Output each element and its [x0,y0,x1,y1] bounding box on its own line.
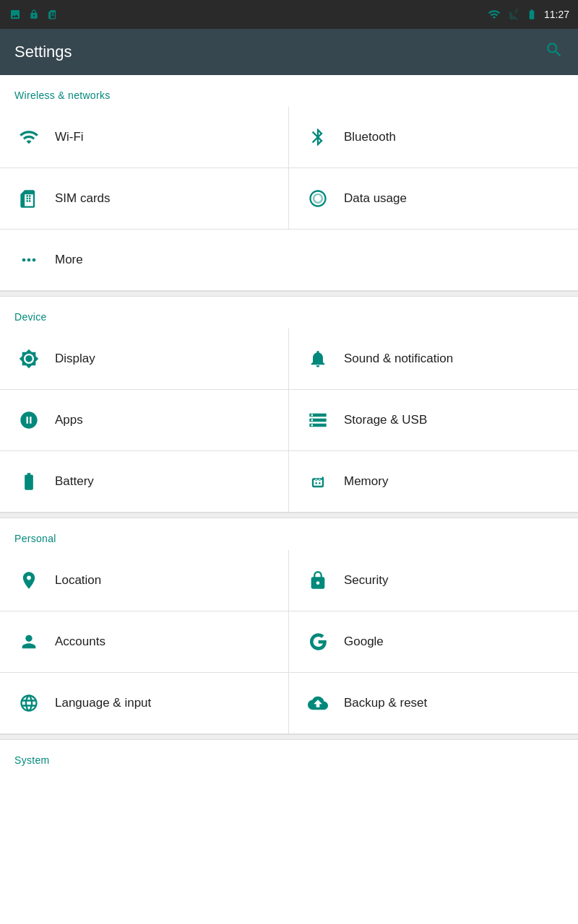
wifi-status-icon [488,8,501,21]
data-usage-icon [303,184,332,213]
sim-label: SIM cards [55,191,111,206]
accounts-label: Accounts [55,635,105,649]
location-label: Location [55,573,101,588]
settings-item-wifi[interactable]: Wi-Fi [0,107,289,168]
device-grid: Display Sound & notification Apps [0,328,578,513]
settings-content: Wireless & networks Wi-Fi Bluetooth [0,75,578,772]
battery-status-icon [525,8,538,21]
data-usage-label: Data usage [344,191,407,206]
sim-status-icon [46,8,59,21]
divider-device-personal [0,513,578,518]
security-label: Security [344,573,388,588]
section-header-system: System [0,740,578,772]
settings-item-battery[interactable]: Battery [0,451,289,513]
wifi-icon [14,123,43,152]
more-label: More [55,253,83,267]
settings-item-backup[interactable]: Backup & reset [289,673,578,734]
divider-wireless-device [0,291,578,297]
wireless-grid: Wi-Fi Bluetooth SIM cards [0,107,578,230]
storage-label: Storage & USB [344,413,427,427]
memory-label: Memory [344,474,388,489]
sound-label: Sound & notification [344,352,453,366]
display-icon [14,344,43,373]
status-bar-right-icons: 11:27 [488,8,569,21]
section-header-wireless: Wireless & networks [0,75,578,107]
settings-item-language[interactable]: Language & input [0,673,289,734]
storage-icon [303,406,332,435]
photo-icon [9,8,22,21]
section-header-personal: Personal [0,518,578,550]
google-label: Google [344,635,384,649]
location-icon [14,566,43,595]
settings-item-sim[interactable]: SIM cards [0,168,289,230]
settings-item-data-usage[interactable]: Data usage [289,168,578,230]
section-system: System [0,740,578,772]
settings-item-bluetooth[interactable]: Bluetooth [289,107,578,168]
section-wireless: Wireless & networks Wi-Fi Bluetooth [0,75,578,291]
wifi-label: Wi-Fi [55,130,84,144]
clock: 11:27 [544,9,569,20]
search-button[interactable] [545,40,564,64]
more-icon [14,245,43,274]
section-personal: Personal Location Security [0,518,578,734]
settings-item-apps[interactable]: Apps [0,390,289,451]
backup-icon [303,689,332,718]
security-icon [303,566,332,595]
language-icon [14,689,43,718]
google-icon [303,627,332,656]
backup-label: Backup & reset [344,696,427,710]
language-label: Language & input [55,696,151,710]
display-label: Display [55,352,95,366]
signal-icon [506,8,519,21]
memory-icon [303,467,332,496]
divider-personal-system [0,734,578,740]
settings-item-memory[interactable]: Memory [289,451,578,513]
settings-item-accounts[interactable]: Accounts [0,611,289,673]
settings-item-location[interactable]: Location [0,550,289,611]
lock-icon [27,8,40,21]
settings-item-google[interactable]: Google [289,611,578,673]
settings-item-display[interactable]: Display [0,328,289,390]
bluetooth-icon [303,123,332,152]
settings-item-security[interactable]: Security [289,550,578,611]
status-bar: 11:27 [0,0,578,29]
bluetooth-label: Bluetooth [344,130,396,144]
section-header-device: Device [0,297,578,328]
app-bar: Settings [0,29,578,75]
apps-label: Apps [55,413,83,427]
battery-icon [14,467,43,496]
accounts-icon [14,627,43,656]
personal-grid: Location Security Accounts [0,550,578,734]
section-device: Device Display Sound & no [0,297,578,513]
status-bar-left-icons [9,8,59,21]
settings-item-storage[interactable]: Storage & USB [289,390,578,451]
sim-icon [14,184,43,213]
settings-item-more[interactable]: More [0,230,578,291]
app-title: Settings [14,43,72,61]
apps-icon [14,406,43,435]
settings-item-sound[interactable]: Sound & notification [289,328,578,390]
sound-icon [303,344,332,373]
battery-label: Battery [55,474,94,489]
